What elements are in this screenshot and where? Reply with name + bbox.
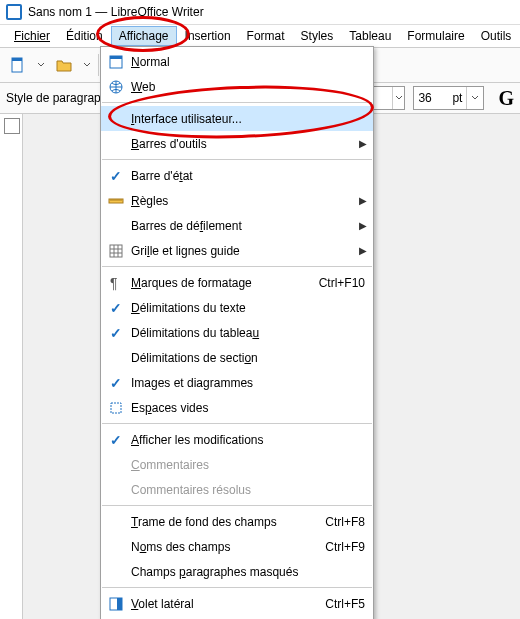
menu-label: Afficher les modifications <box>131 433 365 447</box>
menu-label: Volet latéral <box>131 597 317 611</box>
menu-label: Délimitations du texte <box>131 301 365 315</box>
open-dropdown[interactable] <box>82 61 92 69</box>
window-title: Sans nom 1 — LibreOffice Writer <box>28 5 204 19</box>
menu-item-commentaires: Commentaires <box>101 452 373 477</box>
menu-label: Commentaires <box>131 458 365 472</box>
menu-label: Commentaires résolus <box>131 483 365 497</box>
svg-rect-10 <box>117 598 122 610</box>
menu-item-volet-lateral[interactable]: Volet latéral Ctrl+F5 <box>101 591 373 616</box>
menu-item-afficher-modifications[interactable]: ✓ Afficher les modifications <box>101 427 373 452</box>
paragraph-style-label: Style de paragraph <box>6 91 107 105</box>
menu-format[interactable]: Format <box>239 26 293 46</box>
menu-item-commentaires-resolus: Commentaires résolus <box>101 477 373 502</box>
menu-label: Interface utilisateur... <box>131 112 365 126</box>
svg-rect-8 <box>111 403 121 413</box>
check-icon: ✓ <box>110 432 122 448</box>
menu-label: Délimitations du tableau <box>131 326 365 340</box>
affichage-menu: Normal Web Interface utilisateur... Barr… <box>100 46 374 619</box>
menu-tableau[interactable]: Tableau <box>341 26 399 46</box>
menu-label: Espaces vides <box>131 401 365 415</box>
font-name-combo[interactable] <box>369 86 405 110</box>
shortcut: Ctrl+F8 <box>325 515 365 529</box>
menu-formulaire[interactable]: Formulaire <box>399 26 472 46</box>
vertical-ruler <box>0 114 23 619</box>
menu-edition[interactable]: Édition <box>58 26 111 46</box>
menu-label: Barre d'état <box>131 169 365 183</box>
whitespace-icon <box>101 400 131 416</box>
menu-item-barres-defilement[interactable]: Barres de défilement ▶ <box>101 213 373 238</box>
svg-rect-1 <box>12 58 22 61</box>
menu-item-images-diagrammes[interactable]: ✓ Images et diagrammes <box>101 370 373 395</box>
menu-item-regles[interactable]: Règles ▶ <box>101 188 373 213</box>
menu-item-delim-tableau[interactable]: ✓ Délimitations du tableau <box>101 320 373 345</box>
font-size-input[interactable] <box>414 91 452 105</box>
menu-item-marques-formatage[interactable]: ¶ Marques de formatage Ctrl+F10 <box>101 270 373 295</box>
menu-outils[interactable]: Outils <box>473 26 520 46</box>
submenu-arrow-icon: ▶ <box>359 245 367 256</box>
menu-styles[interactable]: Styles <box>293 26 342 46</box>
menu-label: Web <box>131 80 365 94</box>
menu-item-grille[interactable]: Grille et lignes guide ▶ <box>101 238 373 263</box>
menu-label: Règles <box>131 194 365 208</box>
web-view-icon <box>101 79 131 95</box>
menu-label: Barres d'outils <box>131 137 365 151</box>
check-icon: ✓ <box>110 300 122 316</box>
menu-item-delim-section[interactable]: Délimitations de section <box>101 345 373 370</box>
menu-item-barre-etat[interactable]: ✓ Barre d'état <box>101 163 373 188</box>
menu-insertion[interactable]: Insertion <box>177 26 239 46</box>
submenu-arrow-icon: ▶ <box>359 220 367 231</box>
menu-item-champs-masques[interactable]: Champs paragraphes masqués <box>101 559 373 584</box>
open-button[interactable] <box>50 51 78 79</box>
menu-item-trame-fond[interactable]: Trame de fond des champs Ctrl+F8 <box>101 509 373 534</box>
svg-text:¶: ¶ <box>110 275 118 291</box>
window-titlebar: Sans nom 1 — LibreOffice Writer <box>0 0 520 25</box>
shortcut: Ctrl+F5 <box>325 597 365 611</box>
menu-item-normal[interactable]: Normal <box>101 49 373 74</box>
menu-item-delim-texte[interactable]: ✓ Délimitations du texte <box>101 295 373 320</box>
menu-label: Noms des champs <box>131 540 317 554</box>
svg-rect-6 <box>110 245 122 257</box>
menu-label: Barres de défilement <box>131 219 365 233</box>
menu-affichage[interactable]: Affichage <box>111 26 177 46</box>
check-icon: ✓ <box>110 325 122 341</box>
svg-rect-3 <box>110 56 122 59</box>
menubar: Fichier Édition Affichage Insertion Form… <box>0 25 520 47</box>
bold-button[interactable]: G <box>498 87 514 110</box>
check-icon: ✓ <box>110 168 122 184</box>
menu-label: Délimitations de section <box>131 351 365 365</box>
submenu-arrow-icon: ▶ <box>359 195 367 206</box>
menu-label: Trame de fond des champs <box>131 515 317 529</box>
grid-icon <box>101 243 131 259</box>
menu-item-barres-outils[interactable]: Barres d'outils ▶ <box>101 131 373 156</box>
shortcut: Ctrl+F10 <box>319 276 365 290</box>
new-doc-dropdown[interactable] <box>36 61 46 69</box>
menu-label: Images et diagrammes <box>131 376 365 390</box>
shortcut: Ctrl+F9 <box>325 540 365 554</box>
menu-item-interface-utilisateur[interactable]: Interface utilisateur... <box>101 106 373 131</box>
menu-item-espaces-vides[interactable]: Espaces vides <box>101 395 373 420</box>
new-doc-button[interactable] <box>4 51 32 79</box>
menu-label: Champs paragraphes masqués <box>131 565 365 579</box>
menu-label: Grille et lignes guide <box>131 244 365 258</box>
menu-label: Marques de formatage <box>131 276 311 290</box>
pilcrow-icon: ¶ <box>101 275 131 291</box>
check-icon: ✓ <box>110 375 122 391</box>
menu-fichier[interactable]: Fichier <box>6 26 58 46</box>
app-icon <box>6 4 22 20</box>
font-size-combo[interactable]: pt <box>413 86 484 110</box>
chevron-down-icon[interactable] <box>392 87 404 109</box>
sidebar-icon <box>101 596 131 612</box>
ruler-icon <box>101 193 131 209</box>
pt-label: pt <box>452 91 466 105</box>
menu-label: ormal <box>140 55 170 69</box>
menu-item-noms-champs[interactable]: Noms des champs Ctrl+F9 <box>101 534 373 559</box>
submenu-arrow-icon: ▶ <box>359 138 367 149</box>
chevron-down-icon[interactable] <box>466 87 483 109</box>
menu-item-web[interactable]: Web <box>101 74 373 99</box>
normal-view-icon <box>101 54 131 70</box>
